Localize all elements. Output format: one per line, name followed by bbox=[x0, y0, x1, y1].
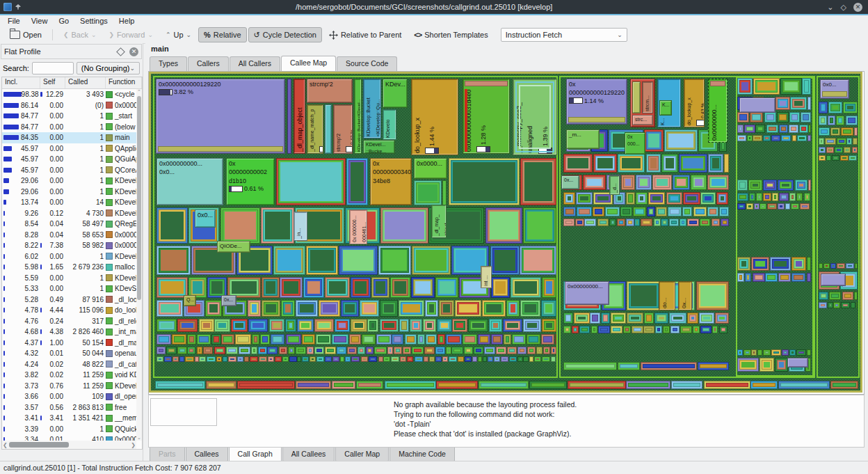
treemap-cell[interactable] bbox=[851, 302, 855, 308]
treemap-cell[interactable] bbox=[854, 292, 858, 300]
table-row[interactable]: 4.760.24317_dl_relocate... bbox=[2, 316, 136, 327]
treemap-cell[interactable] bbox=[325, 277, 350, 298]
treemap-cell[interactable] bbox=[778, 381, 830, 389]
treemap-cell[interactable] bbox=[383, 356, 390, 362]
treemap-cell[interactable] bbox=[748, 180, 762, 191]
treemap-cell[interactable] bbox=[206, 381, 236, 389]
treemap-cell[interactable] bbox=[593, 154, 617, 173]
treemap-cell[interactable] bbox=[542, 356, 550, 362]
treemap-cell[interactable] bbox=[698, 362, 729, 370]
treemap-cell[interactable] bbox=[172, 356, 179, 362]
maximize-button[interactable]: ◇ bbox=[841, 3, 846, 12]
treemap-cell[interactable] bbox=[626, 381, 670, 389]
treemap-block[interactable]: strc... bbox=[632, 115, 653, 125]
treemap-cell[interactable] bbox=[846, 116, 858, 125]
treemap-block[interactable]: do... bbox=[659, 281, 675, 310]
treemap-block[interactable] bbox=[787, 358, 808, 368]
treemap-cell[interactable] bbox=[781, 135, 791, 141]
table-row[interactable]: 13.740.0014KDevelop::... bbox=[2, 197, 136, 208]
treemap-cell[interactable] bbox=[611, 326, 622, 333]
treemap-cell[interactable] bbox=[412, 246, 451, 275]
treemap-cell[interactable] bbox=[231, 319, 248, 332]
treemap-cell[interactable] bbox=[611, 313, 626, 324]
tab-callee-map[interactable]: Callee Map bbox=[281, 56, 336, 71]
scroll-right-icon[interactable]: ❯ bbox=[131, 442, 136, 448]
treemap-cell[interactable] bbox=[800, 203, 810, 210]
treemap-cell[interactable] bbox=[828, 302, 833, 308]
table-row[interactable]: 5.981.652 679 236malloc bbox=[2, 262, 136, 273]
treemap-cell[interactable] bbox=[601, 313, 610, 324]
treemap-cell[interactable] bbox=[504, 334, 511, 345]
treemap-cell[interactable] bbox=[203, 347, 213, 354]
treemap-cell[interactable] bbox=[775, 358, 788, 372]
menu-file[interactable]: File bbox=[3, 16, 25, 26]
treemap-cell[interactable] bbox=[451, 347, 463, 354]
treemap-cell[interactable] bbox=[716, 192, 728, 205]
treemap-cell[interactable] bbox=[207, 356, 216, 362]
treemap-cell[interactable] bbox=[214, 347, 225, 354]
treemap-cell[interactable] bbox=[280, 277, 303, 298]
treemap-cell[interactable] bbox=[856, 302, 858, 308]
treemap-cell[interactable] bbox=[488, 356, 493, 362]
treemap-cell[interactable] bbox=[708, 154, 723, 173]
close-button[interactable]: ✕ bbox=[853, 3, 862, 12]
treemap-cell[interactable] bbox=[756, 193, 762, 201]
relative-toggle[interactable]: % Relative bbox=[198, 27, 247, 42]
treemap-cell[interactable] bbox=[797, 135, 807, 141]
treemap-cell[interactable] bbox=[509, 356, 517, 362]
treemap-cell[interactable] bbox=[712, 219, 720, 226]
table-row[interactable]: 3.660.00109dl_open_w... bbox=[2, 391, 136, 402]
treemap-cell[interactable] bbox=[392, 334, 403, 345]
treemap-cell[interactable] bbox=[826, 155, 831, 161]
treemap-cell[interactable] bbox=[259, 356, 267, 362]
treemap-cell[interactable] bbox=[405, 334, 417, 345]
treemap-cell[interactable] bbox=[555, 334, 556, 345]
table-row[interactable]: 5.330.001KDevSplash... bbox=[2, 283, 136, 294]
treemap-cell[interactable] bbox=[400, 356, 406, 362]
treemap-cell[interactable] bbox=[357, 347, 365, 354]
treemap-cell[interactable] bbox=[782, 349, 789, 356]
treemap-cell[interactable] bbox=[435, 356, 442, 362]
treemap-cell[interactable] bbox=[687, 219, 699, 226]
treemap-cell[interactable] bbox=[804, 193, 810, 201]
treemap-cell[interactable] bbox=[680, 219, 686, 226]
treemap-cell[interactable] bbox=[837, 138, 846, 145]
treemap-block[interactable]: 0x000000000...0x0... bbox=[156, 158, 223, 205]
treemap-cell[interactable] bbox=[830, 263, 836, 269]
treemap-cell[interactable] bbox=[753, 273, 765, 282]
treemap-cell[interactable] bbox=[417, 334, 425, 345]
treemap-cell[interactable] bbox=[563, 313, 573, 324]
treemap-cell[interactable] bbox=[199, 356, 206, 362]
treemap-cell[interactable] bbox=[449, 356, 457, 362]
table-row[interactable]: 29.060.001KDevelop::... bbox=[2, 187, 136, 198]
treemap-cell[interactable] bbox=[523, 319, 541, 332]
treemap-cell[interactable] bbox=[529, 356, 533, 362]
treemap-cell[interactable] bbox=[211, 334, 221, 345]
treemap-cell[interactable] bbox=[360, 300, 379, 317]
table-row[interactable]: 3.390.001QQuickView... bbox=[2, 424, 136, 435]
treemap-cell[interactable] bbox=[503, 319, 522, 332]
treemap-cell[interactable] bbox=[478, 356, 482, 362]
table-row[interactable]: 3.820.0211 259void KDeve... bbox=[2, 370, 136, 381]
table-row[interactable]: 4.240.0248 822_dl_catch_e... bbox=[2, 359, 136, 370]
tab-all-callers[interactable]: All Callers bbox=[230, 56, 280, 71]
treemap-cell[interactable] bbox=[310, 356, 316, 362]
treemap-cell[interactable] bbox=[412, 347, 424, 354]
treemap-cell[interactable] bbox=[303, 277, 324, 298]
treemap-cell[interactable] bbox=[654, 313, 668, 324]
table-row[interactable]: 6.020.001KDevelop::... bbox=[2, 251, 136, 262]
treemap-cell[interactable] bbox=[576, 192, 593, 205]
treemap-cell[interactable] bbox=[579, 326, 590, 333]
treemap-block[interactable]: 0x0000000... bbox=[708, 79, 728, 143]
treemap-cell[interactable] bbox=[841, 127, 853, 136]
treemap-cell[interactable] bbox=[795, 180, 807, 191]
treemap-cell[interactable] bbox=[376, 334, 392, 345]
treemap-cell[interactable] bbox=[819, 292, 828, 300]
treemap-cell[interactable] bbox=[297, 356, 301, 362]
treemap-cell[interactable] bbox=[220, 207, 260, 244]
treemap-cell[interactable] bbox=[621, 175, 635, 190]
table-row[interactable]: 45.970.001QGuiApplicati... bbox=[2, 154, 136, 165]
treemap-cell[interactable] bbox=[489, 319, 502, 332]
treemap-cell[interactable] bbox=[591, 326, 597, 333]
treemap-cell[interactable] bbox=[654, 219, 661, 226]
